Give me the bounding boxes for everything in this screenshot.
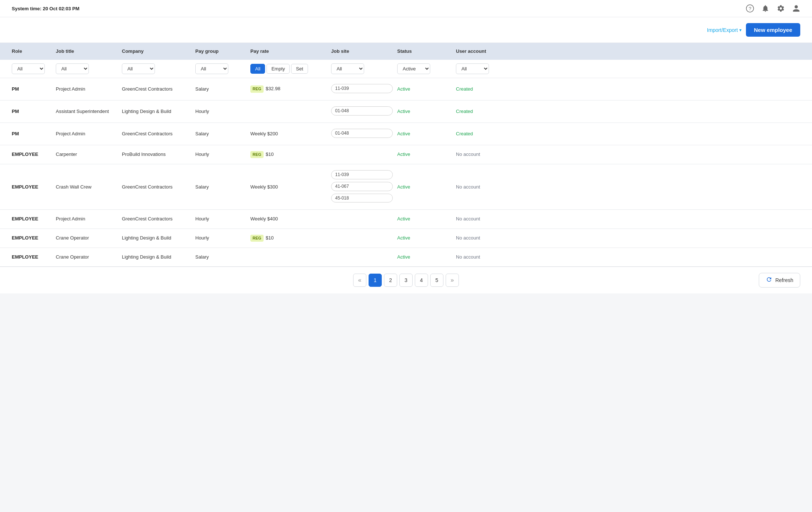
- prev-page-button[interactable]: «: [353, 274, 366, 287]
- job-sites: 01-048: [331, 106, 393, 117]
- job-sites: 11-039: [331, 84, 393, 94]
- cell-pay-rate: REG$10: [250, 151, 331, 158]
- reg-badge: REG: [250, 235, 264, 242]
- table-row[interactable]: EMPLOYEE Crane Operator Lighting Design …: [0, 248, 812, 267]
- cell-user-account: No account: [456, 235, 529, 241]
- filter-row: All All All All All Empty Set: [0, 60, 812, 78]
- bell-icon[interactable]: [761, 4, 769, 12]
- role-filter-cell: All: [12, 63, 56, 74]
- cell-role: PM: [12, 86, 56, 92]
- cell-user-account: Created: [456, 86, 529, 92]
- cell-job-title: Carpenter: [56, 151, 122, 158]
- cell-job-title: Crane Operator: [56, 254, 122, 260]
- cell-company: GreenCrest Contractors: [122, 184, 195, 190]
- cell-job-title: Crash Wall Crew: [56, 184, 122, 190]
- page-2-button[interactable]: 2: [384, 274, 397, 287]
- cell-company: ProBuild Innovations: [122, 151, 195, 158]
- import-export-button[interactable]: Import/Export ▾: [707, 27, 742, 33]
- cell-pay-rate: REG$32.98: [250, 85, 331, 92]
- cell-user-account: No account: [456, 151, 529, 158]
- cell-pay-group: Salary: [195, 86, 250, 92]
- new-employee-button[interactable]: New employee: [746, 23, 800, 37]
- page-1-button[interactable]: 1: [369, 274, 382, 287]
- settings-icon[interactable]: [777, 4, 785, 12]
- chevron-down-icon: ▾: [739, 28, 742, 33]
- cell-status: Active: [397, 254, 456, 260]
- page-3-button[interactable]: 3: [399, 274, 413, 287]
- cell-company: Lighting Design & Build: [122, 254, 195, 260]
- svg-text:?: ?: [748, 6, 751, 11]
- status-filter[interactable]: Active Inactive All: [397, 63, 430, 74]
- cell-company: Lighting Design & Build: [122, 235, 195, 241]
- cell-pay-group: Hourly: [195, 108, 250, 115]
- job-site-badge: 01-048: [331, 129, 393, 138]
- user-account-filter-cell: All: [456, 63, 529, 74]
- role-filter[interactable]: All: [12, 63, 45, 74]
- cell-pay-rate: Weekly $200: [250, 131, 331, 137]
- cell-pay-group: Salary: [195, 184, 250, 190]
- col-job-title: Job title: [56, 48, 122, 55]
- table-row[interactable]: EMPLOYEE Crash Wall Crew GreenCrest Cont…: [0, 164, 812, 210]
- table-header: Role Job title Company Pay group Pay rat…: [0, 43, 812, 60]
- cell-job-title: Project Admin: [56, 86, 122, 92]
- pay-group-filter[interactable]: All: [195, 63, 228, 74]
- cell-pay-group: Hourly: [195, 216, 250, 222]
- job-site-badge: 45-018: [331, 194, 393, 203]
- table-row[interactable]: PM Assistant Superintendent Lighting Des…: [0, 100, 812, 123]
- job-site-badge: 11-039: [331, 170, 393, 179]
- cell-pay-rate: Weekly $400: [250, 216, 331, 222]
- user-account-filter[interactable]: All: [456, 63, 489, 74]
- table-row[interactable]: PM Project Admin GreenCrest Contractors …: [0, 123, 812, 145]
- cell-user-account: Created: [456, 131, 529, 137]
- cell-status: Active: [397, 86, 456, 92]
- col-company: Company: [122, 48, 195, 55]
- cell-role: EMPLOYEE: [12, 235, 56, 241]
- table-row[interactable]: EMPLOYEE Crane Operator Lighting Design …: [0, 229, 812, 248]
- cell-status: Active: [397, 216, 456, 222]
- next-page-button[interactable]: »: [446, 274, 459, 287]
- table-row[interactable]: EMPLOYEE Carpenter ProBuild Innovations …: [0, 145, 812, 164]
- cell-user-account: No account: [456, 254, 529, 260]
- refresh-icon: [766, 276, 772, 284]
- cell-job-site: 01-048: [331, 129, 397, 139]
- cell-status: Active: [397, 184, 456, 190]
- page-5-button[interactable]: 5: [430, 274, 443, 287]
- import-export-label: Import/Export: [707, 27, 738, 33]
- job-site-badge: 01-048: [331, 106, 393, 116]
- help-icon[interactable]: ?: [746, 4, 754, 12]
- toolbar: Import/Export ▾ New employee: [0, 17, 812, 43]
- pay-rate-all-btn[interactable]: All: [250, 64, 265, 74]
- col-job-site: Job site: [331, 48, 397, 55]
- job-site-filter-cell: All: [331, 63, 397, 74]
- table-row[interactable]: EMPLOYEE Project Admin GreenCrest Contra…: [0, 210, 812, 228]
- cell-job-title: Crane Operator: [56, 235, 122, 241]
- system-time-label: System time:: [12, 6, 41, 11]
- cell-status: Active: [397, 235, 456, 241]
- page-4-button[interactable]: 4: [415, 274, 428, 287]
- col-pay-rate: Pay rate: [250, 48, 331, 55]
- col-status: Status: [397, 48, 456, 55]
- cell-role: PM: [12, 131, 56, 137]
- new-employee-label: New employee: [754, 27, 792, 33]
- top-bar: System time: 20 Oct 02:03 PM ?: [0, 0, 812, 17]
- table-row[interactable]: PM Project Admin GreenCrest Contractors …: [0, 78, 812, 100]
- cell-status: Active: [397, 131, 456, 137]
- table-container: Role Job title Company Pay group Pay rat…: [0, 43, 812, 267]
- cell-company: Lighting Design & Build: [122, 108, 195, 115]
- user-icon[interactable]: [792, 4, 800, 12]
- system-time-value: 20 Oct 02:03 PM: [43, 6, 80, 11]
- cell-job-site: 11-03941-06745-018: [331, 170, 397, 204]
- cell-role: EMPLOYEE: [12, 151, 56, 158]
- cell-role: EMPLOYEE: [12, 216, 56, 222]
- job-site-filter[interactable]: All: [331, 63, 364, 74]
- pay-rate-empty-btn[interactable]: Empty: [267, 64, 290, 74]
- cell-company: GreenCrest Contractors: [122, 86, 195, 92]
- pay-rate-set-btn[interactable]: Set: [291, 64, 308, 74]
- job-title-filter[interactable]: All: [56, 63, 89, 74]
- company-filter[interactable]: All: [122, 63, 155, 74]
- cell-role: PM: [12, 108, 56, 115]
- cell-status: Active: [397, 151, 456, 158]
- refresh-button[interactable]: Refresh: [759, 273, 800, 288]
- cell-role: EMPLOYEE: [12, 254, 56, 260]
- pagination-bar: « 1 2 3 4 5 » Refresh: [0, 267, 812, 293]
